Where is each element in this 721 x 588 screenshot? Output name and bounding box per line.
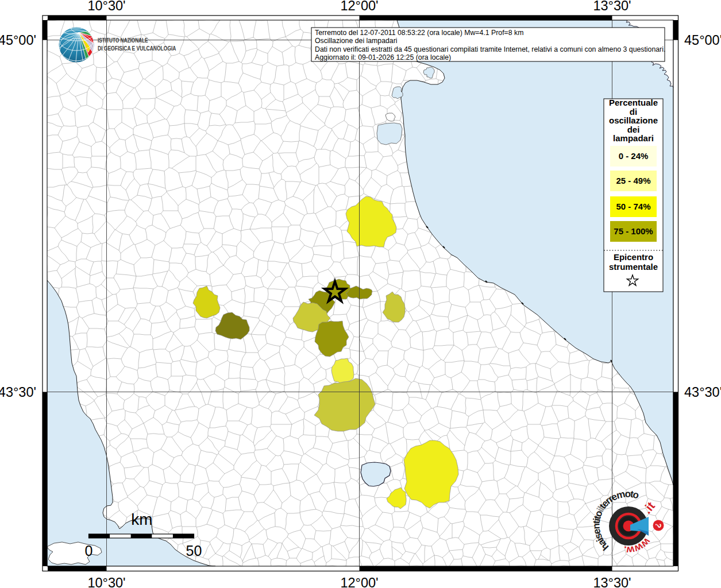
svg-text:strumentale: strumentale xyxy=(609,262,658,272)
svg-text:43°30': 43°30' xyxy=(0,385,36,400)
svg-text:13°30': 13°30' xyxy=(593,0,631,13)
svg-text:Epicentro: Epicentro xyxy=(614,252,653,262)
svg-text:0: 0 xyxy=(85,543,93,559)
svg-text:Aggiornato il: 09-01-2026 12:2: Aggiornato il: 09-01-2026 12:25 (ora loc… xyxy=(315,53,451,61)
svg-text:10°30': 10°30' xyxy=(87,575,125,588)
svg-text:50 - 74%: 50 - 74% xyxy=(616,202,650,211)
svg-text:13°30': 13°30' xyxy=(593,575,631,588)
svg-text:10°30': 10°30' xyxy=(87,0,125,13)
svg-text:45°00': 45°00' xyxy=(0,33,36,48)
svg-text:12°00': 12°00' xyxy=(340,575,378,588)
svg-text:45°00': 45°00' xyxy=(684,33,721,48)
svg-text:DI GEOFISICA E VULCANOLOGIA: DI GEOFISICA E VULCANOLOGIA xyxy=(98,45,176,52)
svg-text:43°30': 43°30' xyxy=(684,385,721,400)
svg-text:Terremoto del 12-07-2011 08:53: Terremoto del 12-07-2011 08:53:22 (ora l… xyxy=(315,29,523,37)
svg-text:12°00': 12°00' xyxy=(340,0,378,13)
svg-text:Oscillazione dei lampadari: Oscillazione dei lampadari xyxy=(315,37,398,45)
svg-text:dei: dei xyxy=(627,125,640,134)
svg-text:ISTITUTO NAZIONALE: ISTITUTO NAZIONALE xyxy=(98,37,148,44)
svg-text:lampadari: lampadari xyxy=(613,133,654,143)
svg-text:50: 50 xyxy=(186,543,202,559)
svg-text:0 - 24%: 0 - 24% xyxy=(619,151,649,161)
svg-text:km: km xyxy=(131,510,152,528)
svg-text:25 - 49%: 25 - 49% xyxy=(616,176,650,185)
svg-text:Dati non verificati estratti d: Dati non verificati estratti da 45 quest… xyxy=(315,45,665,53)
svg-text:di: di xyxy=(630,107,637,117)
svg-text:75 - 100%: 75 - 100% xyxy=(614,226,653,236)
svg-text:oscillazione: oscillazione xyxy=(609,115,658,125)
svg-text:Percentuale: Percentuale xyxy=(609,98,658,107)
